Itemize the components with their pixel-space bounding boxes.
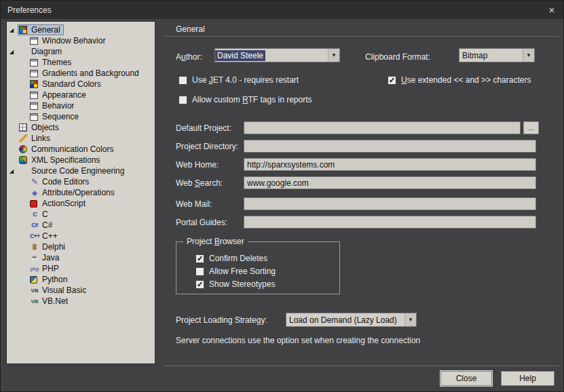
use-jet-checkbox[interactable] xyxy=(178,76,187,85)
chevron-down-icon[interactable]: ▼ xyxy=(405,313,416,326)
tree-item-icon xyxy=(30,200,37,208)
tree-item-icon: ◈ xyxy=(30,189,39,197)
tree-item-content: Sequence xyxy=(29,111,82,122)
tree-item-label: PHP xyxy=(42,264,59,273)
header-divider xyxy=(164,36,559,37)
tree-item-content: C++ C++ xyxy=(29,231,61,241)
show-stereotypes-row: ✓ Show Stereotypes xyxy=(195,279,275,289)
allow-free-sorting-checkbox[interactable] xyxy=(195,267,204,276)
tree-item-actionscript[interactable]: ActionScript xyxy=(7,198,155,209)
tree-item-label: Objects xyxy=(31,123,59,132)
allow-rtf-checkbox[interactable] xyxy=(178,96,187,104)
tree-item-icon xyxy=(30,37,38,45)
tree-item-icon: VB xyxy=(30,286,39,295)
tree-item-standard-colors[interactable]: Standard Colors xyxy=(7,79,155,90)
web-mail-field[interactable] xyxy=(244,197,536,210)
loading-strategy-value: Load on Demand (Lazy Load) xyxy=(286,315,400,325)
tree-item-visual-basic[interactable]: VB Visual Basic xyxy=(7,285,155,296)
web-home-field[interactable] xyxy=(244,158,536,171)
tree-item-themes[interactable]: Themes xyxy=(7,57,155,68)
tree-item-sequence[interactable]: Sequence xyxy=(7,111,155,122)
tree-item-content: VB VB.Net xyxy=(29,296,71,307)
tree-item-window-behavior[interactable]: Window Behavior xyxy=(7,35,155,46)
tree-item-c[interactable]: C++ C++ xyxy=(7,231,155,241)
tree-item-java[interactable]: ☕ Java xyxy=(7,252,155,263)
tree-item-python[interactable]: Python xyxy=(7,274,155,285)
tree-item-content: php PHP xyxy=(29,263,62,274)
portal-guides-label: Portal Guides: xyxy=(176,218,227,227)
allow-free-sorting-row: Allow Free Sorting xyxy=(195,267,276,276)
tree-item-diagram[interactable]: ◢ Diagram xyxy=(7,46,155,57)
tree-item-icon: VB xyxy=(30,297,39,306)
tree-item-content: Standard Colors xyxy=(29,79,105,90)
tree-item-icon: ☕ xyxy=(30,254,39,262)
tree-item-label: C++ xyxy=(42,231,58,241)
tree-item-label: Standard Colors xyxy=(42,79,101,89)
tree-item-content: General xyxy=(18,24,64,35)
chevron-down-icon[interactable]: ▼ xyxy=(523,49,534,62)
show-stereotypes-checkbox[interactable]: ✓ xyxy=(195,280,204,289)
tree-item-appearance[interactable]: Appearance xyxy=(7,90,155,100)
tree-item-content: Ⅲ Delphi xyxy=(29,241,69,252)
tree-item-gradients-and-background[interactable]: Gradients and Background xyxy=(7,68,155,79)
tree-item-icon xyxy=(30,80,38,88)
tree-item-label: Sequence xyxy=(42,112,79,121)
default-project-label: Default Project: xyxy=(176,123,231,133)
tree-item-content: C# C# xyxy=(29,220,56,231)
close-icon[interactable]: × xyxy=(540,1,563,19)
tree-item-icon: php xyxy=(30,264,39,273)
loading-strategy-combobox[interactable]: Load on Demand (Lazy Load) ▼ xyxy=(286,313,417,327)
tree-item-label: C xyxy=(42,210,48,219)
tree-item-content: ActionScript xyxy=(29,198,89,209)
close-button[interactable]: Close xyxy=(440,371,492,386)
author-combobox[interactable]: David Steele ▼ xyxy=(214,48,340,62)
clipboard-format-combobox[interactable]: Bitmap ▼ xyxy=(459,48,535,62)
expand-arrow-icon[interactable]: ◢ xyxy=(10,27,18,33)
tree-item-icon xyxy=(30,276,37,283)
web-mail-label: Web Mail: xyxy=(176,199,212,209)
clipboard-format-label: Clipboard Format: xyxy=(365,52,430,62)
tree-item-icon: Ⅲ xyxy=(30,243,39,252)
tree-item-code-editors[interactable]: ✎ Code Editors xyxy=(7,176,155,187)
tree-item-content: Behavior xyxy=(29,100,77,111)
tree-item-content: Gradients and Background xyxy=(29,68,143,79)
tree-item-attribute-operations[interactable]: ◈ Attribute/Operations xyxy=(7,187,155,198)
tree-item-xml-specifications[interactable]: XML Specifications xyxy=(7,155,155,165)
author-label: Author: xyxy=(176,52,202,62)
tree-item-source-code-engineering[interactable]: ◢ Source Code Engineering xyxy=(7,165,155,176)
tree-item-links[interactable]: Links xyxy=(7,133,155,144)
confirm-deletes-checkbox[interactable]: ✓ xyxy=(195,254,204,263)
tree-item-php[interactable]: php PHP xyxy=(7,263,155,274)
tree-item-label: XML Specifications xyxy=(31,155,100,165)
footer-divider xyxy=(164,366,559,366)
help-button[interactable]: Help xyxy=(501,371,554,386)
web-search-field[interactable] xyxy=(244,176,536,189)
tree-item-content: Objects xyxy=(18,122,62,133)
tree-item-communication-colors[interactable]: Communication Colors xyxy=(7,144,155,155)
tree-item-content: Appearance xyxy=(29,90,90,100)
tree-item-general[interactable]: ◢ General xyxy=(7,24,155,35)
expand-arrow-icon[interactable]: ◢ xyxy=(10,168,18,174)
tree-item-label: Source Code Engineering xyxy=(31,166,124,176)
tree-item-icon xyxy=(19,145,27,153)
use-extended-checkbox[interactable]: ✓ xyxy=(388,76,396,85)
web-search-label: Web Search: xyxy=(176,178,223,188)
tree-item-icon: C# xyxy=(30,221,39,230)
expand-arrow-icon[interactable]: ◢ xyxy=(10,49,18,55)
confirm-deletes-label: Confirm Deletes xyxy=(209,254,267,263)
tree-item-behavior[interactable]: Behavior xyxy=(7,100,155,111)
tree-item-c[interactable]: C# C# xyxy=(7,220,155,231)
tree-item-c[interactable]: C C xyxy=(7,209,155,220)
portal-guides-field[interactable] xyxy=(244,216,536,229)
browse-button[interactable]: ... xyxy=(523,121,539,134)
tree-item-icon: ✎ xyxy=(30,178,39,187)
tree-item-vb-net[interactable]: VB VB.Net xyxy=(7,296,155,307)
tree-item-label: Python xyxy=(42,275,67,284)
tree-item-icon xyxy=(30,102,38,110)
chevron-down-icon[interactable]: ▼ xyxy=(328,49,339,62)
tree-item-delphi[interactable]: Ⅲ Delphi xyxy=(7,241,155,252)
default-project-field[interactable] xyxy=(244,121,521,134)
project-directory-field[interactable] xyxy=(244,140,536,153)
tree-item-objects[interactable]: Objects xyxy=(7,122,155,133)
tree-item-label: C# xyxy=(42,220,52,230)
